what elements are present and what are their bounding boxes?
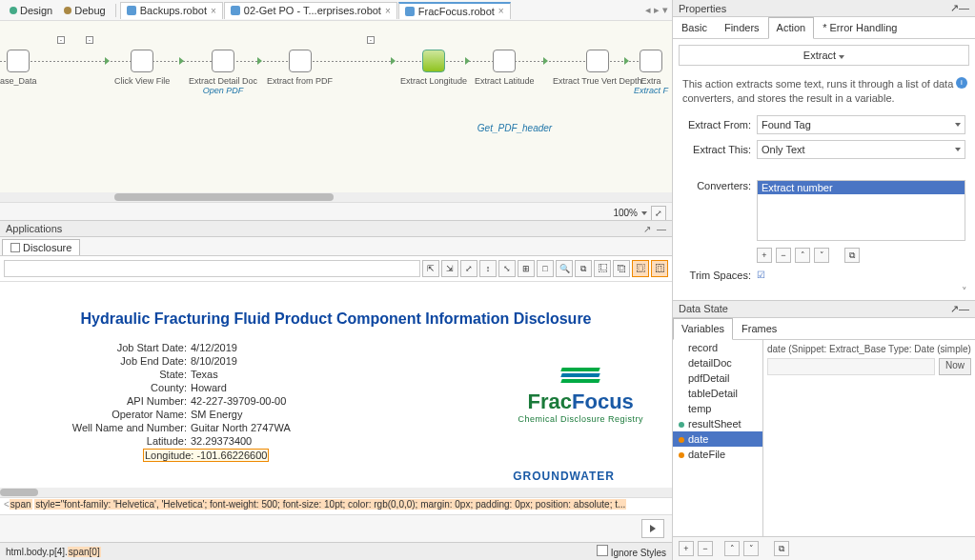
close-icon[interactable]: × (385, 6, 391, 16)
restore-icon[interactable]: ↗ (950, 2, 959, 13)
properties-tab[interactable]: * Error Handling (814, 17, 905, 38)
minimize-icon[interactable]: — (657, 224, 666, 234)
variable-item[interactable]: pdfDetail (673, 370, 762, 386)
ds-edit-button[interactable]: ⧉ (774, 541, 789, 556)
flow-expand-button[interactable]: ⤢ (651, 206, 666, 221)
flow-node[interactable]: Extract Latitude (475, 50, 535, 86)
close-icon[interactable]: × (211, 6, 216, 16)
info-value: 8/10/2019 (191, 355, 237, 367)
variable-item[interactable]: dateFile (673, 447, 762, 462)
ds-up-button[interactable]: ˄ (724, 541, 740, 556)
ds-remove-button[interactable]: − (698, 541, 713, 556)
data-state-tab[interactable]: Frames (733, 318, 785, 339)
browser-tool-button[interactable]: ↕ (479, 260, 497, 277)
ds-down-button[interactable]: ˅ (743, 541, 759, 556)
tab-overflow[interactable]: ◂ ▸ ▾ (645, 4, 668, 16)
node-box[interactable] (586, 50, 609, 72)
indicator-icon (679, 437, 684, 443)
node-box[interactable] (493, 50, 516, 72)
scroll-down-icon[interactable]: ˅ (673, 284, 975, 300)
flow-node[interactable]: ExtraExtract F (634, 50, 668, 95)
browser-tool-button[interactable]: □ (537, 260, 554, 277)
flow-node[interactable]: Click View File (114, 50, 170, 86)
browser-tool-button[interactable]: 🔍 (556, 260, 573, 277)
converters-list[interactable]: Extract number (757, 180, 965, 241)
browser-content[interactable]: Hydraulic Fracturing Fluid Product Compo… (0, 282, 672, 488)
file-tab[interactable]: 02-Get PO - T...erprises.robot× (224, 2, 397, 19)
highlighted-value[interactable]: Longitude: -101.66226600 (143, 449, 269, 462)
browser-tool-button[interactable]: ⿵ (651, 260, 668, 277)
extract-from-select[interactable]: Found Tag (757, 115, 965, 134)
flow-node[interactable]: ase_Data (0, 50, 37, 86)
variable-item[interactable]: resultSheet (673, 416, 762, 431)
properties-tab[interactable]: Action (768, 17, 815, 39)
disclosure-tab[interactable]: Disclosure (2, 239, 80, 255)
minimize-icon[interactable]: — (959, 303, 969, 314)
properties-tab[interactable]: Basic (673, 17, 716, 38)
extract-dropdown[interactable]: Extract (679, 45, 969, 66)
restore-icon[interactable]: ↗ (950, 303, 959, 314)
flow-node[interactable]: Extract Longitude (400, 50, 467, 86)
converter-remove-button[interactable]: − (776, 248, 791, 263)
close-icon[interactable]: × (498, 6, 504, 16)
variable-item[interactable]: date (673, 431, 762, 447)
flow-node[interactable]: Extract from PDF (267, 50, 333, 86)
now-button[interactable]: Now (939, 358, 971, 375)
browser-tool-button[interactable]: ⇲ (441, 260, 458, 277)
content-scrollbar[interactable] (0, 488, 672, 497)
variable-item[interactable]: record (673, 340, 762, 355)
design-icon (10, 7, 17, 14)
variable-item[interactable]: temp (673, 401, 762, 416)
file-tab[interactable]: Backups.robot× (120, 2, 223, 19)
extract-this-select[interactable]: Only Text (757, 140, 965, 159)
node-box[interactable] (212, 50, 234, 72)
converter-edit-button[interactable]: ⧉ (844, 248, 860, 263)
converter-up-button[interactable]: ˄ (795, 248, 810, 263)
minimize-icon[interactable]: — (959, 2, 969, 13)
collapse-handle[interactable]: - (367, 36, 375, 44)
node-box[interactable] (131, 50, 153, 72)
zoom-dropdown[interactable] (641, 211, 647, 215)
debug-mode-button[interactable]: Debug (58, 3, 111, 18)
node-box[interactable] (289, 50, 312, 72)
converter-add-button[interactable]: + (757, 248, 772, 263)
info-icon[interactable]: i (956, 77, 967, 89)
flow-scrollbar[interactable] (0, 192, 672, 202)
browser-tool-button[interactable]: ⤢ (460, 260, 477, 277)
browser-tool-button[interactable]: ⿺ (594, 260, 611, 277)
fracfocus-icon (561, 368, 599, 387)
browser-tool-button[interactable]: ⿴ (632, 260, 649, 277)
ignore-styles-checkbox[interactable] (597, 545, 608, 556)
flow-node[interactable]: Extract Detail DocOpen PDF (189, 50, 257, 95)
browser-tool-button[interactable]: ⇱ (422, 260, 439, 277)
node-box[interactable] (7, 50, 30, 72)
trim-spaces-checkbox[interactable]: ☑ (757, 270, 765, 280)
ds-add-button[interactable]: + (679, 541, 694, 556)
data-state-tab[interactable]: Variables (673, 318, 733, 340)
flow-canvas[interactable]: - - - ase_DataClick View FileExtract Det… (0, 21, 672, 192)
browser-tool-button[interactable]: ⊞ (518, 260, 535, 277)
collapse-handle[interactable]: - (86, 36, 93, 44)
arrow-icon (257, 57, 262, 65)
browser-tool-button[interactable]: ⿻ (613, 260, 630, 277)
info-label: API Number: (10, 395, 191, 407)
data-state-tabs: VariablesFrames (673, 318, 975, 340)
variable-item[interactable]: detailDoc (673, 355, 762, 370)
browser-tool-button[interactable]: ⤡ (498, 260, 516, 277)
date-value-input[interactable] (767, 358, 935, 375)
variable-item[interactable]: tableDetail (673, 386, 762, 401)
properties-header: Properties ↗— (673, 0, 975, 17)
file-tab[interactable]: FracFocus.robot× (398, 2, 511, 19)
design-mode-button[interactable]: Design (4, 3, 58, 18)
flow-node[interactable]: Extract True Vert Depth (553, 50, 642, 86)
converter-down-button[interactable]: ˅ (814, 248, 829, 263)
properties-tab[interactable]: Finders (716, 17, 768, 38)
play-button[interactable] (641, 519, 664, 538)
url-input[interactable] (4, 260, 420, 277)
node-box[interactable] (422, 50, 445, 72)
collapse-handle[interactable]: - (57, 36, 65, 44)
converter-item[interactable]: Extract number (758, 181, 965, 194)
browser-tool-button[interactable]: ⧉ (575, 260, 592, 277)
node-box[interactable] (640, 50, 662, 72)
restore-icon[interactable]: ↗ (643, 224, 651, 234)
